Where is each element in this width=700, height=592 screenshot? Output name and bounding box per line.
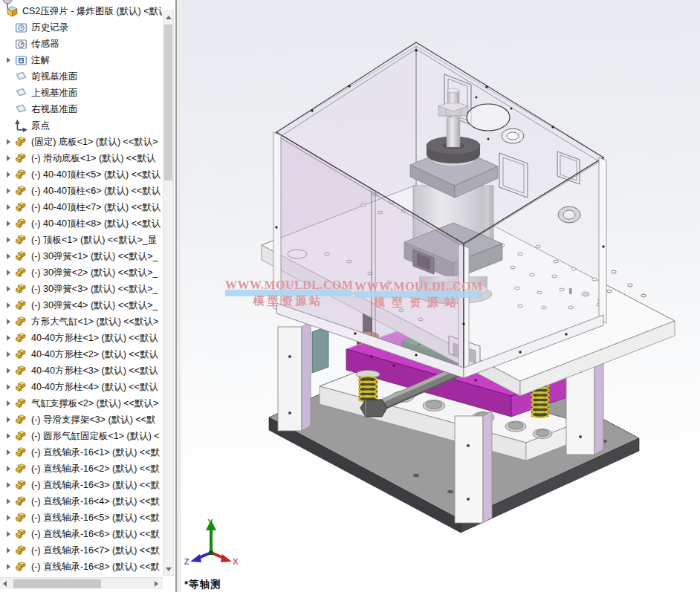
graphics-area[interactable]: Y X Z WWW.MOULDL.COM 模型资源站 WWW.MOULDL.CO…: [181, 0, 700, 592]
expand-arrow-icon[interactable]: [3, 188, 13, 194]
tree-item[interactable]: 40-40方形柱<2> (默认) <<默认: [0, 346, 162, 362]
expand-arrow-icon[interactable]: [3, 286, 13, 292]
tree-item[interactable]: (固定) 底板<1> (默认) <<默认>: [0, 134, 162, 150]
scroll-up-icon: [166, 16, 172, 19]
scroll-left-button[interactable]: [0, 578, 10, 589]
scroll-right-button[interactable]: [152, 578, 161, 589]
tree-item[interactable]: (-) 圆形气缸固定板<1> (默认) <: [0, 428, 162, 444]
tree-item[interactable]: (-) 直线轴承-16<6> (默认) <<默: [0, 526, 162, 542]
expand-arrow-icon[interactable]: [3, 384, 13, 390]
coordinate-triad: Y X Z: [184, 518, 239, 566]
tree-item[interactable]: (-) 直线轴承-16<3> (默认) <<默: [0, 477, 162, 493]
expand-arrow-icon[interactable]: [3, 237, 13, 243]
part-icon: [15, 185, 27, 198]
expand-arrow-icon[interactable]: [3, 335, 13, 341]
tree-item-annotations[interactable]: 注解: [0, 52, 162, 68]
expand-arrow-icon[interactable]: [3, 498, 13, 504]
tree-item[interactable]: (-) 直线轴承-16<2> (默认) <<默: [0, 461, 162, 477]
plane-icon: [15, 87, 27, 100]
part-icon: [15, 234, 27, 247]
part-icon: [15, 169, 27, 181]
acrylic-enclosure: [273, 42, 606, 378]
expand-arrow-icon[interactable]: [3, 482, 13, 488]
panel-divider[interactable]: [175, 0, 181, 592]
expand-arrow-icon[interactable]: [3, 449, 13, 455]
expand-arrow-icon[interactable]: [3, 368, 13, 374]
part-icon: [15, 512, 27, 524]
tree-item-history[interactable]: 历史记录: [0, 19, 162, 36]
view-orientation-label: *等轴测: [184, 578, 221, 591]
expand-arrow-icon[interactable]: [3, 270, 13, 276]
watermark-site: 模型资源站: [354, 296, 482, 310]
tree-item-top-plane[interactable]: 上视基准面: [0, 85, 162, 101]
tree-item[interactable]: 气缸支撑板<2> (默认) <<默认>: [0, 395, 162, 412]
feature-tree-panel: CS2压弹片 - 爆炸图版 (默认) <默认_ 历史记录 传感器 注解 前视基准…: [0, 0, 177, 592]
expand-arrow-icon[interactable]: [3, 433, 13, 439]
expand-arrow-icon[interactable]: [3, 547, 13, 553]
tree-item[interactable]: 40-40方形柱<3> (默认) <<默认: [0, 362, 162, 379]
vertical-scroll-thumb[interactable]: [164, 25, 172, 180]
tree-item[interactable]: (-) 直线轴承-16<8> (默认) <<默: [0, 559, 162, 575]
tree-item-front-plane[interactable]: 前视基准面: [0, 68, 162, 85]
horizontal-scroll-thumb[interactable]: [13, 579, 101, 588]
expand-arrow-icon[interactable]: [3, 155, 13, 161]
part-icon: [15, 201, 27, 214]
tree-item[interactable]: (-) 30弹簧<3> (默认) <<默认>_: [0, 281, 162, 297]
tree-item[interactable]: (-) 导滑支撑架<3> (默认) <<默: [0, 412, 162, 428]
expand-arrow-icon[interactable]: [3, 221, 13, 227]
tree-item[interactable]: (-) 滑动底板<1> (默认) <<默认: [0, 150, 162, 166]
expand-arrow-icon[interactable]: [3, 319, 13, 325]
scroll-left-icon: [3, 581, 7, 587]
tree-item[interactable]: (-) 直线轴承-16<1> (默认) <<默: [0, 444, 162, 461]
tree-item[interactable]: (-) 顶板<1> (默认) <<默认>_显: [0, 232, 162, 248]
tree-item-right-plane[interactable]: 右视基准面: [0, 101, 162, 117]
watermark-url: WWW.MOULDL.COM: [225, 279, 351, 292]
tree-horizontal-scrollbar[interactable]: [0, 577, 163, 589]
expand-arrow-icon[interactable]: [3, 172, 13, 178]
tree-item[interactable]: (-) 40-40顶柱<5> (默认) <<默认: [0, 166, 162, 183]
part-icon: [15, 218, 27, 230]
tree-item-root[interactable]: CS2压弹片 - 爆炸图版 (默认) <默认_: [0, 3, 162, 19]
tree-item[interactable]: (-) 40-40顶柱<6> (默认) <<默认: [0, 183, 162, 199]
tree-item[interactable]: 40-40方形柱<1> (默认) <<默认: [0, 330, 162, 346]
part-icon: [15, 544, 27, 557]
watermark-url: WWW.MOULDL.COM: [354, 280, 482, 293]
tree-item[interactable]: (-) 直线轴承-16<5> (默认) <<默: [0, 510, 162, 526]
expand-arrow-icon[interactable]: [3, 417, 13, 423]
part-icon: [15, 332, 27, 345]
tree-item[interactable]: (-) 40-40顶柱<8> (默认) <<默认: [0, 215, 162, 232]
expand-arrow-icon[interactable]: [3, 466, 13, 472]
part-icon: [15, 495, 27, 508]
tree-item[interactable]: (-) 直线轴承-16<4> (默认) <<默: [0, 493, 162, 510]
expand-arrow-icon[interactable]: [3, 400, 13, 406]
expand-arrow-icon[interactable]: [3, 139, 13, 145]
tree-item-origin[interactable]: 原点: [0, 117, 162, 134]
tree-item[interactable]: 方形大气缸<1> (默认) <<默认>: [0, 313, 162, 330]
expand-arrow-icon[interactable]: [3, 253, 13, 259]
scroll-down-button[interactable]: [163, 563, 173, 575]
scroll-down-icon: [166, 567, 172, 571]
part-icon: [15, 561, 27, 573]
tree-item[interactable]: (-) 30弹簧<1> (默认) <<默认>_: [0, 248, 162, 264]
tree-item-sensors[interactable]: 传感器: [0, 36, 162, 52]
tree-item[interactable]: (-) 30弹簧<2> (默认) <<默认>_: [0, 264, 162, 281]
tree-item[interactable]: (-) 30弹簧<4> (默认) <<默认>_: [0, 297, 162, 313]
watermark: WWW.MOULDL.COM 模型资源站: [225, 279, 351, 308]
tree-item[interactable]: (-) 40-40顶柱<7> (默认) <<默认: [0, 199, 162, 215]
tree-item[interactable]: (-) 直线轴承-16<7> (默认) <<默: [0, 542, 162, 559]
expand-arrow-icon[interactable]: [3, 515, 13, 521]
part-icon: [15, 365, 27, 377]
plane-icon: [15, 71, 27, 83]
scroll-up-button[interactable]: [163, 11, 173, 23]
expand-arrow-icon[interactable]: [3, 302, 13, 308]
expand-arrow-icon[interactable]: [3, 531, 13, 537]
annotations-icon: [15, 54, 27, 67]
tree-vertical-scrollbar[interactable]: [163, 10, 174, 576]
expand-arrow-icon[interactable]: [3, 351, 13, 357]
part-icon: [15, 250, 27, 263]
tree-item[interactable]: 40-40方形柱<4> (默认) <<默认: [0, 379, 162, 395]
part-icon: [15, 283, 27, 296]
expand-arrow-icon[interactable]: [3, 564, 13, 570]
expand-arrow-icon[interactable]: [3, 57, 13, 63]
expand-arrow-icon[interactable]: [3, 204, 13, 210]
